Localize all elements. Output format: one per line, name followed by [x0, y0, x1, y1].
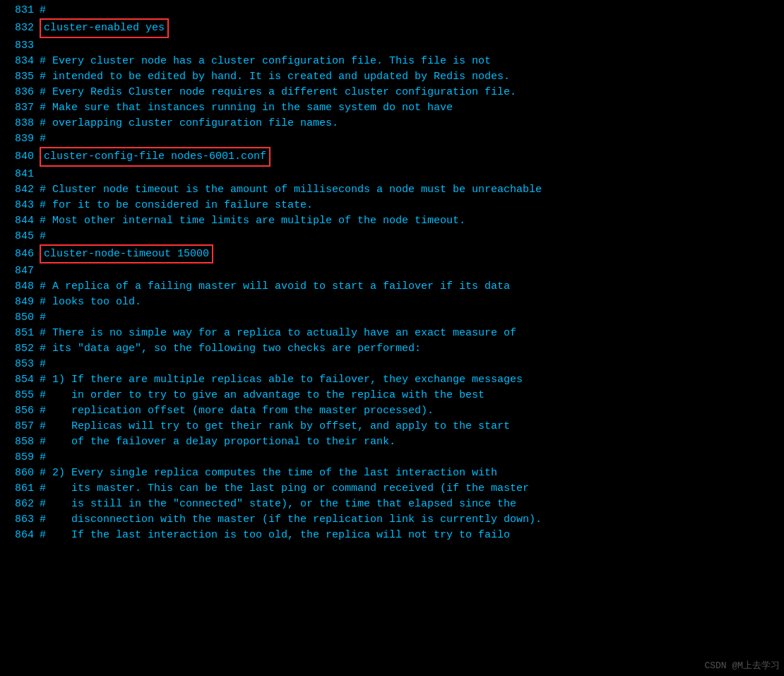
line-content: # Every cluster node has a cluster confi…: [40, 54, 780, 69]
highlighted-config: cluster-node-timeout 15000: [40, 244, 213, 264]
line-content: # There is no simple way for a replica t…: [40, 326, 780, 341]
line-content: # replication offset (more data from the…: [40, 403, 780, 419]
code-line: 839#: [0, 131, 784, 147]
code-line: 850#: [0, 310, 784, 326]
line-content: #: [40, 310, 780, 326]
line-number: 853: [4, 357, 34, 372]
line-number: 857: [4, 419, 34, 434]
line-content: # Replicas will try to get their rank by…: [40, 419, 780, 434]
line-content: # of the failover a delay proportional t…: [40, 434, 780, 450]
code-line: 860# 2) Every single replica computes th…: [0, 466, 784, 481]
line-content: cluster-enabled yes: [40, 18, 780, 38]
code-line: 861# its master. This can be the last pi…: [0, 481, 784, 497]
line-content: # looks too old.: [40, 295, 780, 310]
code-line: 864# If the last interaction is too old,…: [0, 528, 784, 543]
line-content: # in order to try to give an advantage t…: [40, 388, 780, 403]
line-number: 838: [4, 116, 34, 131]
line-number: 863: [4, 512, 34, 528]
line-content: # Make sure that instances running in th…: [40, 100, 780, 116]
line-content: # is still in the "connected" state), or…: [40, 497, 780, 512]
line-number: 858: [4, 434, 34, 450]
line-content: #: [40, 229, 780, 244]
line-content: #: [40, 357, 780, 372]
code-line: 838# overlapping cluster configuration f…: [0, 116, 784, 131]
line-content: # Every Redis Cluster node requires a di…: [40, 85, 780, 100]
line-number: 840: [4, 149, 34, 165]
watermark: CSDN @M上去学习: [704, 660, 780, 673]
line-content: # Most other internal time limits are mu…: [40, 213, 780, 229]
code-line: 853#: [0, 357, 784, 372]
code-line: 855# in order to try to give an advantag…: [0, 388, 784, 403]
highlighted-config: cluster-config-file nodes-6001.conf: [40, 147, 271, 167]
line-number: 856: [4, 403, 34, 419]
line-number: 855: [4, 388, 34, 403]
line-content: # A replica of a failing master will avo…: [40, 279, 780, 295]
line-number: 831: [4, 3, 34, 18]
line-number: 846: [4, 247, 34, 262]
line-content: #: [40, 131, 780, 147]
line-content: cluster-config-file nodes-6001.conf: [40, 147, 780, 167]
line-number: 861: [4, 481, 34, 497]
line-number: 852: [4, 341, 34, 357]
line-number: 841: [4, 167, 34, 182]
line-content: # If the last interaction is too old, th…: [40, 528, 780, 543]
code-line: 842# Cluster node timeout is the amount …: [0, 182, 784, 198]
line-number: 847: [4, 263, 34, 279]
line-number: 860: [4, 466, 34, 481]
code-line: 846cluster-node-timeout 15000: [0, 244, 784, 264]
line-number: 859: [4, 450, 34, 466]
code-line: 835# intended to be edited by hand. It i…: [0, 69, 784, 85]
code-line: 832cluster-enabled yes: [0, 18, 784, 38]
line-number: 851: [4, 326, 34, 341]
highlighted-config: cluster-enabled yes: [40, 18, 169, 38]
line-content: # Cluster node timeout is the amount of …: [40, 182, 780, 198]
code-line: 851# There is no simple way for a replic…: [0, 326, 784, 341]
line-number: 864: [4, 528, 34, 543]
code-line: 831#: [0, 3, 784, 18]
code-line: 859#: [0, 450, 784, 466]
line-content: #: [40, 450, 780, 466]
line-number: 835: [4, 69, 34, 85]
code-line: 833: [0, 38, 784, 54]
code-line: 843# for it to be considered in failure …: [0, 198, 784, 213]
code-line: 840cluster-config-file nodes-6001.conf: [0, 147, 784, 167]
line-number: 843: [4, 198, 34, 213]
code-line: 837# Make sure that instances running in…: [0, 100, 784, 116]
code-line: 844# Most other internal time limits are…: [0, 213, 784, 229]
line-number: 845: [4, 229, 34, 244]
line-content: # disconnection with the master (if the …: [40, 512, 780, 528]
line-number: 842: [4, 182, 34, 198]
line-number: 848: [4, 279, 34, 295]
code-line: 834# Every cluster node has a cluster co…: [0, 54, 784, 69]
code-line: 847: [0, 263, 784, 279]
code-line: 845#: [0, 229, 784, 244]
line-content: cluster-node-timeout 15000: [40, 244, 780, 264]
code-line: 857# Replicas will try to get their rank…: [0, 419, 784, 434]
line-number: 834: [4, 54, 34, 69]
line-number: 844: [4, 213, 34, 229]
line-content: # its master. This can be the last ping …: [40, 481, 780, 497]
code-line: 836# Every Redis Cluster node requires a…: [0, 85, 784, 100]
line-number: 849: [4, 295, 34, 310]
code-line: 858# of the failover a delay proportiona…: [0, 434, 784, 450]
line-content: #: [40, 3, 780, 18]
line-number: 850: [4, 310, 34, 326]
line-content: # 1) If there are multiple replicas able…: [40, 372, 780, 388]
line-number: 832: [4, 20, 34, 36]
code-line: 841: [0, 167, 784, 182]
line-content: # for it to be considered in failure sta…: [40, 198, 780, 213]
code-line: 856# replication offset (more data from …: [0, 403, 784, 419]
line-content: # intended to be edited by hand. It is c…: [40, 69, 780, 85]
line-content: # overlapping cluster configuration file…: [40, 116, 780, 131]
line-content: # its "data age", so the following two c…: [40, 341, 780, 357]
line-number: 839: [4, 131, 34, 147]
code-line: 862# is still in the "connected" state),…: [0, 497, 784, 512]
line-number: 833: [4, 38, 34, 54]
code-line: 849# looks too old.: [0, 295, 784, 310]
line-number: 862: [4, 497, 34, 512]
line-number: 837: [4, 100, 34, 116]
code-editor: 831#832cluster-enabled yes833834# Every …: [0, 0, 784, 676]
code-line: 852# its "data age", so the following tw…: [0, 341, 784, 357]
line-number: 854: [4, 372, 34, 388]
code-line: 863# disconnection with the master (if t…: [0, 512, 784, 528]
